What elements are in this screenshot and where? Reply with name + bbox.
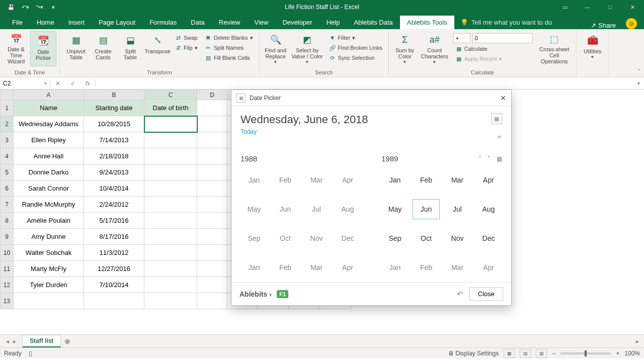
view-normal-icon[interactable]: ▦ (504, 349, 515, 358)
date-picker-button[interactable]: 📆Date Picker (30, 31, 56, 66)
split-table-button[interactable]: ⬓Split Table (117, 31, 143, 66)
tab-developer[interactable]: Developer (275, 16, 319, 29)
date-time-wizard-button[interactable]: 📅Date & Time Wizard (3, 31, 29, 66)
picker-year-down-icon[interactable]: ˅ (488, 155, 491, 162)
month-may[interactable]: May (240, 199, 268, 219)
view-page-break-icon[interactable]: ▧ (536, 349, 547, 358)
month-apr[interactable]: Apr (475, 170, 502, 190)
month-next-jan[interactable]: Jan (240, 257, 268, 278)
tab-ablebits-tools[interactable]: Ablebits Tools (400, 16, 454, 29)
cell[interactable]: Sarah Connor (14, 180, 84, 197)
transpose-button[interactable]: ⤡Transpose (144, 31, 171, 66)
picker-year-right[interactable]: 1989 (381, 154, 398, 163)
share-button[interactable]: ↗ Share (585, 22, 622, 29)
ribbon-display-icon[interactable]: ▭ (553, 0, 576, 14)
cell[interactable]: Walter Sobchak (14, 245, 84, 261)
header-name[interactable]: Name (14, 100, 84, 116)
cell[interactable]: 2/18/2018 (84, 148, 144, 164)
calc-value-input[interactable] (472, 33, 533, 43)
cell[interactable]: Marty McFly (14, 261, 84, 277)
sheet-tabs-scroll-icon[interactable]: ▸ (631, 338, 644, 345)
picker-calculator-icon[interactable]: ▦ (491, 113, 502, 124)
flip-button[interactable]: ⇵Flip ▾ (173, 43, 200, 52)
cell[interactable]: 10/28/2015 (84, 116, 144, 132)
cell[interactable]: 7/14/2013 (84, 132, 144, 148)
month-feb[interactable]: Feb (272, 170, 299, 190)
month-nov[interactable]: Nov (444, 228, 471, 248)
utilities-button[interactable]: 🧰Utilities▾ (580, 31, 606, 66)
row-header[interactable]: 5 (1, 164, 14, 180)
cell[interactable]: Annie Hall (14, 148, 84, 164)
picker-close-icon[interactable]: ✕ (500, 94, 506, 102)
month-jul[interactable]: Jul (303, 199, 330, 219)
tab-formulas[interactable]: Formulas (142, 16, 184, 29)
cell[interactable]: Amy Dunne (14, 229, 84, 245)
split-names-button[interactable]: ✂Split Names (203, 43, 255, 52)
row-header[interactable]: 1 (1, 100, 14, 116)
tab-view[interactable]: View (247, 16, 275, 29)
month-aug[interactable]: Aug (334, 199, 361, 219)
month-next-feb[interactable]: Feb (413, 257, 440, 278)
calc-op-input[interactable] (453, 33, 470, 43)
cell[interactable] (144, 132, 197, 148)
month-jan[interactable]: Jan (381, 170, 409, 190)
cell[interactable]: Wednesday Addams (14, 116, 84, 132)
minimize-button[interactable]: — (576, 0, 599, 14)
find-broken-links-button[interactable]: 🔗Find Broken Links (327, 43, 384, 52)
macro-record-icon[interactable]: ▯ (29, 350, 32, 357)
month-next-mar[interactable]: Mar (444, 257, 471, 278)
cell[interactable] (144, 197, 197, 213)
month-dec[interactable]: Dec (475, 228, 502, 248)
display-settings-button[interactable]: 🖥 Display Settings (448, 350, 499, 357)
month-oct[interactable]: Oct (413, 228, 440, 248)
cell[interactable]: 11/3/2012 (84, 245, 144, 261)
cell[interactable]: Ellen Ripley (14, 132, 84, 148)
cell[interactable]: 5/17/2016 (84, 213, 144, 229)
cell[interactable] (144, 148, 197, 164)
cell[interactable]: 8/17/2016 (84, 229, 144, 245)
zoom-out-button[interactable]: − (552, 350, 555, 357)
cell[interactable] (144, 164, 197, 180)
tab-file[interactable]: File (5, 16, 30, 29)
expand-formula-icon[interactable]: ▾ (633, 80, 644, 86)
month-jan[interactable]: Jan (240, 170, 268, 190)
month-jul[interactable]: Jul (444, 199, 471, 219)
row-header[interactable]: 8 (1, 213, 14, 229)
view-page-layout-icon[interactable]: ▤ (520, 349, 531, 358)
find-replace-button[interactable]: 🔍Find and Replace▾ (263, 31, 289, 66)
undo-icon[interactable]: ↶▾ (19, 4, 31, 11)
month-jun[interactable]: Jun (272, 199, 299, 219)
tab-review[interactable]: Review (212, 16, 248, 29)
month-next-feb[interactable]: Feb (272, 257, 299, 278)
cell[interactable]: 10/4/2014 (84, 180, 144, 197)
tab-insert[interactable]: Insert (61, 16, 92, 29)
sum-by-color-button[interactable]: ΣSum by Color▾ (392, 31, 418, 66)
month-next-apr[interactable]: Apr (334, 257, 361, 278)
sheet-nav-last-icon[interactable]: ▸ (13, 338, 16, 345)
row-header[interactable]: 7 (1, 197, 14, 213)
fill-blank-button[interactable]: ▨Fill Blank Cells (203, 53, 255, 62)
month-mar[interactable]: Mar (303, 170, 330, 190)
header-starting-date[interactable]: Starting date (84, 100, 144, 116)
month-aug[interactable]: Aug (475, 199, 502, 219)
picker-undo-icon[interactable]: ↶ (457, 290, 463, 299)
cancel-formula-icon[interactable]: ✕ (55, 80, 60, 87)
picker-help-f1[interactable]: F1 (277, 290, 288, 298)
row-header[interactable]: 11 (1, 261, 14, 277)
cell[interactable]: 7/10/2014 (84, 277, 144, 293)
column-header[interactable]: D (197, 90, 227, 100)
row-header[interactable]: 13 (1, 293, 14, 309)
tab-home[interactable]: Home (30, 16, 61, 29)
collapse-ribbon-icon[interactable]: ˄ (638, 68, 641, 75)
zoom-in-button[interactable]: + (616, 350, 619, 357)
accept-formula-icon[interactable]: ✓ (70, 80, 75, 87)
month-oct[interactable]: Oct (272, 228, 299, 248)
picker-year-up-icon[interactable]: ˄ (478, 155, 481, 162)
row-header[interactable]: 6 (1, 180, 14, 197)
calculate-button[interactable]: ▦Calculate (453, 44, 533, 53)
delete-blanks-button[interactable]: ✖Delete Blanks ▾ (203, 33, 255, 42)
zoom-level[interactable]: 100% (624, 350, 640, 357)
column-header[interactable]: C (144, 90, 197, 100)
row-header[interactable]: 10 (1, 245, 14, 261)
cell[interactable]: Randle McMurphy (14, 197, 84, 213)
